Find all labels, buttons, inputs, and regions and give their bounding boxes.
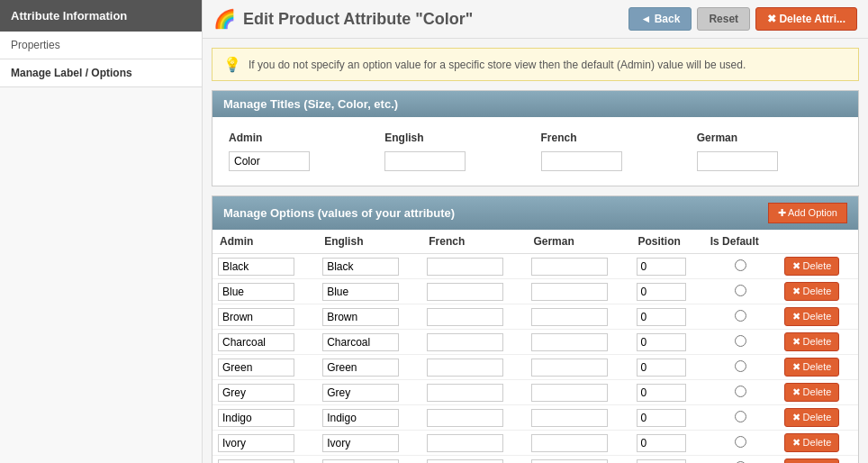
option-admin-input[interactable] — [218, 359, 294, 377]
option-german-input[interactable] — [531, 459, 608, 464]
rainbow-icon: 🌈 — [213, 8, 236, 30]
options-table: Admin English French German Position Is … — [212, 230, 858, 463]
option-german-input[interactable] — [531, 359, 608, 377]
delete-option-button[interactable]: ✖ Delete — [784, 433, 840, 452]
option-french-input[interactable] — [427, 308, 503, 326]
option-english-input[interactable] — [322, 434, 399, 452]
title-admin-input[interactable] — [229, 151, 310, 171]
option-position-input[interactable] — [637, 359, 686, 377]
option-position-input[interactable] — [637, 308, 686, 326]
table-row: ✖ Delete — [212, 254, 858, 279]
delete-row-icon: ✖ — [792, 361, 800, 372]
option-english-input[interactable] — [322, 459, 399, 464]
topbar-buttons: ◄ Back Reset ✖ Delete Attri... — [628, 7, 857, 31]
sidebar-item-properties[interactable]: Properties — [0, 32, 202, 59]
option-position-input[interactable] — [637, 283, 686, 301]
option-admin-input[interactable] — [218, 308, 294, 326]
option-default-radio[interactable] — [735, 259, 746, 271]
delete-option-button[interactable]: ✖ Delete — [784, 383, 840, 402]
table-row: ✖ Delete — [212, 330, 858, 355]
option-default-radio[interactable] — [735, 285, 746, 296]
option-admin-input[interactable] — [218, 459, 294, 464]
opt-col-position: Position — [631, 230, 703, 254]
delete-row-icon: ✖ — [792, 336, 800, 347]
back-arrow-icon: ◄ — [640, 13, 651, 25]
option-admin-input[interactable] — [218, 434, 294, 452]
delete-option-button[interactable]: ✖ Delete — [784, 282, 840, 301]
title-german-input[interactable] — [697, 151, 778, 171]
delete-option-button[interactable]: ✖ Delete — [784, 257, 840, 276]
delete-option-button[interactable]: ✖ Delete — [784, 307, 840, 326]
table-row: ✖ Delete — [212, 405, 858, 431]
option-default-radio[interactable] — [735, 436, 746, 448]
option-position-input[interactable] — [637, 434, 686, 452]
page-title-area: 🌈 Edit Product Attribute "Color" — [213, 8, 473, 30]
back-label: Back — [655, 13, 681, 25]
page-title: Edit Product Attribute "Color" — [243, 10, 473, 29]
manage-options-title: Manage Options (values of your attribute… — [223, 206, 455, 220]
option-german-input[interactable] — [531, 434, 608, 452]
delete-attribute-button[interactable]: ✖ Delete Attri... — [755, 7, 857, 31]
option-french-input[interactable] — [427, 258, 503, 276]
title-english-input[interactable] — [384, 151, 466, 171]
option-default-radio[interactable] — [735, 411, 746, 422]
delete-option-button[interactable]: ✖ Delete — [784, 458, 840, 463]
col-german: German — [692, 128, 847, 148]
opt-col-actions — [779, 230, 858, 254]
delete-row-icon: ✖ — [792, 437, 800, 448]
option-german-input[interactable] — [531, 258, 608, 276]
option-position-input[interactable] — [637, 459, 686, 464]
option-english-input[interactable] — [322, 359, 399, 377]
option-french-input[interactable] — [427, 283, 503, 301]
option-english-input[interactable] — [322, 258, 399, 276]
option-admin-input[interactable] — [218, 384, 294, 402]
option-english-input[interactable] — [322, 384, 399, 402]
delete-row-icon: ✖ — [792, 286, 800, 296]
add-option-button[interactable]: ✚ Add Option — [768, 203, 848, 223]
option-position-input[interactable] — [637, 384, 686, 402]
manage-titles-section: Manage Titles (Size, Color, etc.) Admin … — [212, 90, 859, 186]
option-french-input[interactable] — [427, 359, 503, 377]
option-english-input[interactable] — [322, 308, 399, 326]
table-row: ✖ Delete — [212, 355, 858, 380]
option-german-input[interactable] — [531, 283, 608, 301]
option-german-input[interactable] — [531, 308, 608, 326]
option-french-input[interactable] — [427, 384, 503, 402]
option-default-radio[interactable] — [735, 335, 746, 347]
option-french-input[interactable] — [427, 333, 503, 351]
add-option-label: Add Option — [788, 207, 837, 218]
option-admin-input[interactable] — [218, 409, 294, 427]
option-default-radio[interactable] — [735, 386, 746, 397]
option-position-input[interactable] — [637, 409, 686, 427]
back-button[interactable]: ◄ Back — [628, 7, 692, 31]
col-english: English — [379, 128, 535, 148]
option-german-input[interactable] — [531, 333, 608, 351]
table-row: ✖ Delete — [212, 431, 858, 456]
option-german-input[interactable] — [531, 384, 608, 402]
info-message: If you do not specify an option value fo… — [249, 59, 746, 71]
info-box: 💡 If you do not specify an option value … — [212, 48, 859, 81]
option-admin-input[interactable] — [218, 333, 294, 351]
option-position-input[interactable] — [637, 258, 686, 276]
delete-option-button[interactable]: ✖ Delete — [784, 408, 840, 427]
option-english-input[interactable] — [322, 333, 399, 351]
title-french-input[interactable] — [541, 151, 622, 171]
col-admin: Admin — [223, 128, 379, 148]
delete-option-button[interactable]: ✖ Delete — [784, 332, 840, 351]
option-french-input[interactable] — [427, 434, 503, 452]
option-admin-input[interactable] — [218, 258, 294, 276]
option-english-input[interactable] — [322, 409, 399, 427]
option-default-radio[interactable] — [735, 360, 746, 372]
option-french-input[interactable] — [427, 459, 503, 464]
option-german-input[interactable] — [531, 409, 608, 427]
option-french-input[interactable] — [427, 409, 503, 427]
option-admin-input[interactable] — [218, 283, 294, 301]
option-position-input[interactable] — [637, 333, 686, 351]
sidebar-header: Attribute Information — [0, 0, 202, 32]
delete-row-icon: ✖ — [792, 386, 800, 397]
option-english-input[interactable] — [322, 283, 399, 301]
delete-option-button[interactable]: ✖ Delete — [784, 358, 840, 377]
reset-button[interactable]: Reset — [697, 7, 750, 31]
sidebar-item-manage-label[interactable]: Manage Label / Options — [0, 59, 202, 87]
option-default-radio[interactable] — [735, 310, 746, 322]
